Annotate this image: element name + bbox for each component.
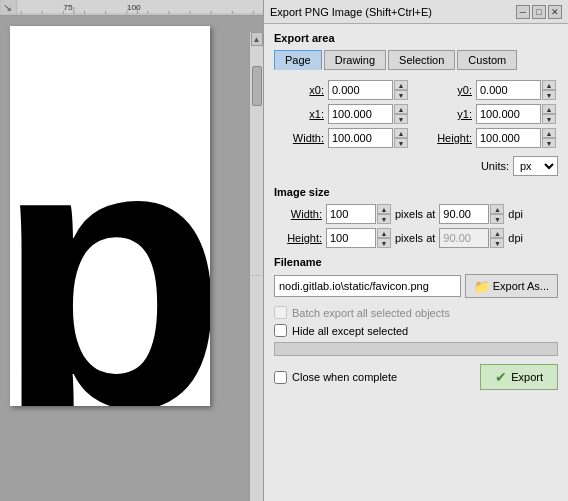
img-height-up[interactable]: ▲ <box>377 228 391 238</box>
batch-export-checkbox[interactable] <box>274 306 287 319</box>
filename-title: Filename <box>274 256 558 268</box>
scrollbar-thumb[interactable]: ··· <box>252 66 262 106</box>
img-width-up[interactable]: ▲ <box>377 204 391 214</box>
dpi2-spinners: ▲ ▼ <box>490 228 504 248</box>
units-label: Units: <box>481 160 509 172</box>
x1-down[interactable]: ▼ <box>394 114 408 124</box>
img-width-input[interactable] <box>326 204 376 224</box>
batch-export-label: Batch export all selected objects <box>292 307 450 319</box>
coordinate-grid: x0: ▲ ▼ y0: ▲ ▼ x1: ▲ <box>274 80 558 148</box>
dpi-suffix-1: dpi <box>508 208 523 220</box>
y1-spinners: ▲ ▼ <box>542 104 556 124</box>
x1-spinners: ▲ ▼ <box>394 104 408 124</box>
export-as-icon: 📁 <box>474 279 490 294</box>
img-height-down[interactable]: ▼ <box>377 238 391 248</box>
img-width-label: Width: <box>274 208 322 220</box>
dpi1-down[interactable]: ▼ <box>490 214 504 224</box>
area-height-spinners: ▲ ▼ <box>542 128 556 148</box>
img-width-down[interactable]: ▼ <box>377 214 391 224</box>
area-width-up[interactable]: ▲ <box>394 128 408 138</box>
filename-input[interactable] <box>274 275 461 297</box>
svg-text:p: p <box>10 62 210 406</box>
area-height-down[interactable]: ▼ <box>542 138 556 148</box>
close-when-label: Close when complete <box>292 371 397 383</box>
area-height-up[interactable]: ▲ <box>542 128 556 138</box>
export-area-title: Export area <box>274 32 558 44</box>
tab-drawing[interactable]: Drawing <box>324 50 386 70</box>
batch-export-row: Batch export all selected objects <box>274 306 558 319</box>
export-as-button[interactable]: 📁 Export As... <box>465 274 558 298</box>
ruler-top: 75 100 ↘ <box>0 0 263 16</box>
area-width-down[interactable]: ▼ <box>394 138 408 148</box>
canvas-area: 75 100 ↘ p <box>0 0 263 501</box>
y1-down[interactable]: ▼ <box>542 114 556 124</box>
close-button[interactable]: ✕ <box>548 5 562 19</box>
area-width-spinners: ▲ ▼ <box>394 128 408 148</box>
scrollbar-vertical[interactable]: ▲ ··· <box>249 32 263 501</box>
units-select[interactable]: px <box>513 156 558 176</box>
bottom-row: Close when complete ✔ Export <box>274 364 558 390</box>
dpi2-down[interactable]: ▼ <box>490 238 504 248</box>
close-when-row: Close when complete <box>274 371 397 384</box>
area-height-label: Height: <box>422 132 472 144</box>
area-width-label: Width: <box>274 132 324 144</box>
titlebar-buttons: ─ □ ✕ <box>516 5 562 19</box>
hide-except-checkbox[interactable] <box>274 324 287 337</box>
svg-text:75: 75 <box>63 3 73 12</box>
export-icon: ✔ <box>495 369 507 385</box>
img-width-spinners: ▲ ▼ <box>377 204 391 224</box>
y1-input[interactable] <box>476 104 541 124</box>
close-when-checkbox[interactable] <box>274 371 287 384</box>
dpi1-spinners: ▲ ▼ <box>490 204 504 224</box>
y0-spinners: ▲ ▼ <box>542 80 556 100</box>
minimize-button[interactable]: ─ <box>516 5 530 19</box>
img-height-input-wrap: ▲ ▼ <box>326 228 391 248</box>
x0-down[interactable]: ▼ <box>394 90 408 100</box>
tab-selection[interactable]: Selection <box>388 50 455 70</box>
img-height-label: Height: <box>274 232 322 244</box>
y0-up[interactable]: ▲ <box>542 80 556 90</box>
img-height-input[interactable] <box>326 228 376 248</box>
panel-body: Export area Page Drawing Selection Custo… <box>264 24 568 501</box>
x1-up[interactable]: ▲ <box>394 104 408 114</box>
x0-up[interactable]: ▲ <box>394 80 408 90</box>
dpi1-up[interactable]: ▲ <box>490 204 504 214</box>
y0-down[interactable]: ▼ <box>542 90 556 100</box>
x1-label: x1: <box>274 108 324 120</box>
hide-except-row: Hide all except selected <box>274 324 558 337</box>
canvas-content: p ▲ ··· <box>0 16 263 501</box>
x0-input-wrap: ▲ ▼ <box>328 80 418 100</box>
dpi2-input[interactable] <box>439 228 489 248</box>
export-panel: Export PNG Image (Shift+Ctrl+E) ─ □ ✕ Ex… <box>263 0 568 501</box>
svg-text:100: 100 <box>127 3 142 12</box>
x0-label: x0: <box>274 84 324 96</box>
panel-titlebar: Export PNG Image (Shift+Ctrl+E) ─ □ ✕ <box>264 0 568 24</box>
dpi2-input-wrap: ▲ ▼ <box>439 228 504 248</box>
progress-bar <box>274 342 558 356</box>
export-button[interactable]: ✔ Export <box>480 364 558 390</box>
tab-page[interactable]: Page <box>274 50 322 70</box>
y0-label: y0: <box>422 84 472 96</box>
tab-custom[interactable]: Custom <box>457 50 517 70</box>
img-width-input-wrap: ▲ ▼ <box>326 204 391 224</box>
y1-input-wrap: ▲ ▼ <box>476 104 566 124</box>
y0-input[interactable] <box>476 80 541 100</box>
hide-except-label: Hide all except selected <box>292 325 408 337</box>
x0-input[interactable] <box>328 80 393 100</box>
y1-label: y1: <box>422 108 472 120</box>
panel-title: Export PNG Image (Shift+Ctrl+E) <box>270 6 432 18</box>
dpi1-input-wrap: ▲ ▼ <box>439 204 504 224</box>
img-height-row: Height: ▲ ▼ pixels at ▲ ▼ dpi <box>274 228 558 248</box>
dpi2-up[interactable]: ▲ <box>490 228 504 238</box>
dpi1-input[interactable] <box>439 204 489 224</box>
img-height-spinners: ▲ ▼ <box>377 228 391 248</box>
area-height-input[interactable] <box>476 128 541 148</box>
y0-input-wrap: ▲ ▼ <box>476 80 566 100</box>
tab-row: Page Drawing Selection Custom <box>274 50 558 70</box>
y1-up[interactable]: ▲ <box>542 104 556 114</box>
x1-input[interactable] <box>328 104 393 124</box>
img-width-row: Width: ▲ ▼ pixels at ▲ ▼ dpi <box>274 204 558 224</box>
maximize-button[interactable]: □ <box>532 5 546 19</box>
area-width-input[interactable] <box>328 128 393 148</box>
filename-row: 📁 Export As... <box>274 274 558 298</box>
